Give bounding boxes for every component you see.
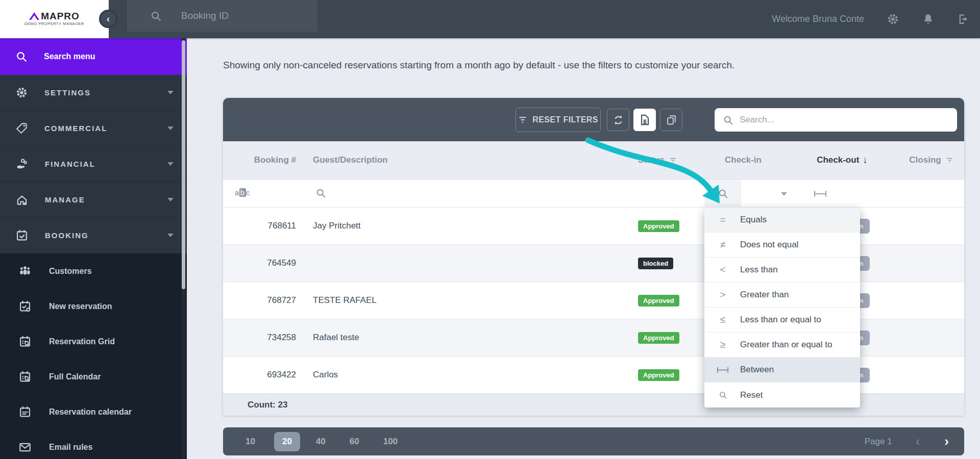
house-icon <box>15 193 29 207</box>
page-size-10[interactable]: 10 <box>240 432 260 451</box>
header-closing[interactable]: Closing <box>898 155 964 165</box>
cell-guest: Jay Pritchett <box>306 221 633 231</box>
topbar: MAPRO DEMO PROPERTY MANAGER ‹ Welcome Br… <box>0 0 980 38</box>
menu-item-reset[interactable]: Reset <box>704 382 860 407</box>
cell-status: Approved <box>633 332 709 344</box>
header-checkin[interactable]: Check-in <box>709 155 786 165</box>
menu-item-label: Greater than or equal to <box>740 340 832 350</box>
sidebar-item-financial[interactable]: FINANCIAL <box>0 146 187 182</box>
sidebar-item-commercial[interactable]: COMMERCIAL <box>0 111 187 146</box>
chevron-down-icon <box>167 234 174 237</box>
header-status[interactable]: Status <box>633 155 709 165</box>
cell-guest: TESTE RAFAEL <box>306 295 633 305</box>
pagination-bar: 10 20 40 60 100 Page 1 ‹ › <box>223 427 964 455</box>
status-badge: blocked <box>638 258 673 269</box>
sidebar-item-full-calendar[interactable]: Full Calendar <box>0 359 187 394</box>
menu-item-between[interactable]: Between <box>704 358 860 382</box>
refresh-button[interactable] <box>607 109 629 131</box>
status-badge: Approved <box>638 332 679 344</box>
menu-item-label: Does not equal <box>740 240 798 250</box>
sidebar-item-label: MANAGE <box>45 195 151 204</box>
menu-item-less-than-or-equal[interactable]: ≤ Less than or equal to <box>704 308 860 333</box>
guest-search-icon[interactable] <box>315 188 326 198</box>
menu-item-label: Between <box>740 365 774 375</box>
sidebar-item-settings[interactable]: SETTINGS <box>0 75 187 111</box>
menu-item-less-than[interactable]: < Less than <box>704 258 860 283</box>
table-filter-row: abc <box>223 180 964 208</box>
filter-icon[interactable] <box>669 157 677 164</box>
cell-booking: 734258 <box>223 333 306 343</box>
menu-item-label: Less than or equal to <box>740 315 821 325</box>
cell-booking: 768727 <box>223 295 306 305</box>
table-toolbar: RESET FILTERS <box>223 98 964 141</box>
menu-item-label: Greater than <box>740 290 789 300</box>
chevron-down-icon[interactable] <box>781 192 787 196</box>
sidebar-item-customers[interactable]: Customers <box>0 253 187 289</box>
booking-id-search-input[interactable] <box>181 10 304 21</box>
topbar-right: Welcome Bruna Conte <box>772 0 980 38</box>
header-status-label: Status <box>638 155 665 165</box>
search-icon <box>15 50 28 63</box>
status-badge: Approved <box>638 369 679 381</box>
menu-item-label: Less than <box>740 265 778 275</box>
app-screen: MAPRO DEMO PROPERTY MANAGER ‹ Welcome Br… <box>0 0 980 459</box>
page-size-100[interactable]: 100 <box>378 432 403 451</box>
export-excel-button[interactable] <box>633 109 656 131</box>
sidebar-item-email-rules[interactable]: Email rules <box>0 429 187 459</box>
gear-icon[interactable] <box>887 13 899 26</box>
page-size-20[interactable]: 20 <box>274 432 300 451</box>
page-size-40[interactable]: 40 <box>311 432 331 451</box>
reset-filters-button[interactable]: RESET FILTERS <box>516 108 601 132</box>
copy-button[interactable] <box>660 109 682 131</box>
brand-subtitle: DEMO PROPERTY MANAGER <box>24 21 84 26</box>
sidebar-item-reservation-grid[interactable]: Reservation Grid <box>0 324 187 359</box>
calendar-search-icon <box>18 370 32 384</box>
header-checkout[interactable]: Check-out ↓ <box>786 155 898 166</box>
brand-name: MAPRO <box>41 12 80 20</box>
sidebar-item-label: BOOKING <box>45 231 151 240</box>
between-icon[interactable] <box>814 190 827 197</box>
sidebar-scrollbar-thumb[interactable] <box>182 40 185 289</box>
search-icon <box>150 10 162 22</box>
prev-page-icon[interactable]: ‹ <box>916 434 920 449</box>
sidebar-collapse-button[interactable]: ‹ <box>99 10 117 28</box>
header-closing-label: Closing <box>909 155 941 165</box>
header-booking[interactable]: Booking # <box>223 155 306 165</box>
sidebar-item-label: Reservation Grid <box>49 337 115 346</box>
logout-icon[interactable] <box>957 13 970 26</box>
welcome-text: Welcome Bruna Conte <box>772 14 864 24</box>
calendar-lines-icon <box>18 405 32 419</box>
sidebar: Search menu SETTINGS COMMERCIAL FINANCIA… <box>0 38 187 459</box>
table-header-row: Booking # Guest/Description Status Check… <box>223 141 964 180</box>
greater-than-icon: > <box>716 289 730 300</box>
sidebar-item-search-menu[interactable]: Search menu <box>0 38 187 75</box>
text-filter-icon[interactable]: abc <box>235 188 250 197</box>
envelope-icon <box>18 441 32 454</box>
not-equal-icon: ≠ <box>716 239 730 250</box>
sidebar-item-booking[interactable]: BOOKING <box>0 218 187 253</box>
menu-item-equals[interactable]: = Equals <box>704 208 860 233</box>
table-search-input[interactable] <box>740 115 949 125</box>
menu-item-does-not-equal[interactable]: ≠ Does not equal <box>704 233 860 258</box>
menu-item-greater-than-or-equal[interactable]: ≥ Greater than or equal to <box>704 333 860 358</box>
cell-guest: Carlos <box>306 370 633 380</box>
page-size-60[interactable]: 60 <box>345 432 364 451</box>
sidebar-item-label: FINANCIAL <box>45 160 151 168</box>
next-page-icon[interactable]: › <box>944 434 949 449</box>
menu-item-greater-than[interactable]: > Greater than <box>704 283 860 308</box>
filter-icon[interactable] <box>946 157 953 164</box>
sidebar-item-label: New reservation <box>49 302 112 311</box>
cell-status: Approved <box>633 369 709 381</box>
header-guest[interactable]: Guest/Description <box>306 155 633 165</box>
bell-icon[interactable] <box>922 13 935 26</box>
copy-icon <box>666 114 677 126</box>
sidebar-item-new-reservation[interactable]: New reservation <box>0 289 187 324</box>
cell-guest: Rafael teste <box>306 333 633 343</box>
chevron-down-icon <box>167 126 174 130</box>
cell-booking: 693422 <box>223 370 306 380</box>
app-logo: MAPRO DEMO PROPERTY MANAGER <box>0 0 109 38</box>
sidebar-item-manage[interactable]: MANAGE <box>0 182 187 218</box>
checkin-filter-cell[interactable] <box>704 180 741 208</box>
sidebar-item-reservation-calendar[interactable]: Reservation calendar <box>0 394 187 429</box>
excel-file-icon <box>639 114 651 126</box>
